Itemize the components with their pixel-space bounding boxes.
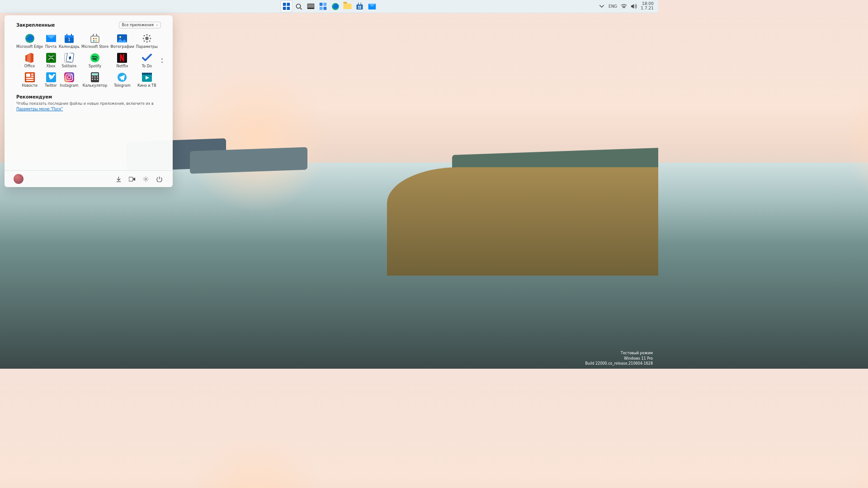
pinned-app-store[interactable]: Microsoft Store [81, 32, 108, 51]
twitter-icon [46, 72, 56, 82]
videos-button[interactable] [127, 174, 137, 183]
pinned-app-movies[interactable]: Кино и ТВ [136, 71, 158, 89]
svg-rect-2 [283, 7, 286, 10]
mail-button[interactable] [367, 1, 377, 12]
svg-rect-58 [97, 79, 98, 80]
svg-rect-53 [92, 76, 93, 78]
taskbar-center-group [281, 1, 377, 12]
store-icon [90, 33, 100, 43]
svg-point-68 [145, 178, 146, 180]
pinned-app-telegram[interactable]: Telegram [110, 71, 134, 89]
edge-icon [331, 3, 339, 10]
power-icon [156, 176, 162, 182]
taskview-icon [307, 4, 315, 9]
svg-rect-16 [359, 8, 360, 9]
volume-button[interactable] [631, 3, 637, 9]
start-button[interactable] [281, 1, 292, 12]
svg-rect-7 [308, 4, 314, 8]
user-avatar-button[interactable] [14, 174, 24, 184]
svg-rect-0 [283, 3, 286, 6]
pinned-app-calendar[interactable]: 1Календарь [59, 32, 80, 51]
svg-rect-63 [145, 73, 146, 74]
pinned-app-photos[interactable]: Фотографии [110, 32, 134, 51]
tray-overflow-button[interactable] [599, 3, 605, 9]
windows-icon [283, 3, 290, 10]
app-label: Telegram [114, 84, 131, 88]
svg-rect-54 [94, 76, 96, 78]
svg-point-50 [71, 75, 71, 75]
svg-text:1: 1 [68, 38, 71, 42]
chevron-right-icon: › [156, 23, 158, 27]
clock-button[interactable]: 18:00 1.7.21 [641, 2, 654, 11]
pinned-app-edge[interactable]: Microsoft Edge [16, 32, 43, 51]
app-label: Office [24, 65, 35, 69]
app-label: Microsoft Edge [16, 45, 43, 49]
video-icon [129, 177, 135, 182]
wifi-button[interactable] [621, 3, 627, 9]
desktop-watermark: Тестовый режим Windows 11 Pro Build 2200… [585, 351, 653, 366]
settings-button[interactable] [141, 174, 150, 183]
all-apps-button[interactable]: Все приложения › [119, 22, 161, 28]
solitaire-icon [64, 53, 74, 63]
pinned-app-solitaire[interactable]: Solitaire [59, 52, 80, 70]
svg-rect-64 [146, 73, 147, 74]
svg-rect-65 [148, 73, 149, 74]
svg-rect-66 [150, 73, 151, 74]
app-label: Instagram [60, 84, 79, 88]
start-menu-footer [5, 170, 173, 187]
svg-rect-23 [66, 34, 67, 36]
news-icon [25, 72, 35, 82]
svg-rect-17 [360, 8, 361, 9]
pinned-app-spotify[interactable]: Spotify [81, 52, 108, 70]
language-indicator[interactable]: ENG [609, 4, 617, 9]
svg-rect-11 [324, 7, 327, 10]
app-label: Xbox [47, 65, 56, 69]
photos-icon [117, 33, 127, 43]
pinned-app-xbox[interactable]: Xbox [45, 52, 57, 70]
all-apps-label: Все приложения [122, 23, 154, 27]
svg-rect-52 [92, 73, 98, 75]
search-button[interactable] [293, 1, 304, 12]
app-label: Microsoft Store [81, 45, 108, 49]
search-icon [295, 3, 302, 10]
explorer-button[interactable] [342, 1, 353, 12]
taskview-button[interactable] [306, 1, 316, 12]
svg-rect-29 [93, 40, 94, 42]
pinned-app-todo[interactable]: To Do [136, 52, 158, 70]
svg-rect-10 [320, 7, 323, 10]
svg-rect-42 [31, 73, 33, 75]
pinned-app-twitter[interactable]: Twitter [45, 71, 57, 89]
svg-rect-44 [26, 78, 33, 79]
app-label: Netflix [116, 65, 128, 69]
pinned-app-settings[interactable]: Параметры [136, 32, 158, 51]
svg-rect-9 [324, 3, 327, 6]
app-label: Параметры [136, 45, 158, 49]
edge-button[interactable] [330, 1, 341, 12]
start-settings-link[interactable]: Параметры меню "Пуск" [16, 107, 63, 111]
pinned-app-news[interactable]: Новости [16, 71, 43, 89]
app-label: To Do [142, 65, 152, 69]
wallpaper-grass [387, 167, 658, 276]
svg-point-4 [296, 4, 300, 8]
todo-icon [142, 53, 152, 63]
svg-rect-55 [97, 76, 98, 78]
folder-icon [344, 4, 352, 9]
next-page-button[interactable] [160, 56, 165, 65]
pinned-app-instagram[interactable]: Instagram [59, 71, 80, 89]
taskbar-system-tray: ENG 18:00 1.7.21 [599, 2, 658, 11]
app-label: Фотографии [110, 45, 134, 49]
svg-line-5 [300, 8, 302, 9]
svg-rect-56 [92, 79, 93, 80]
widgets-button[interactable] [318, 1, 329, 12]
pinned-app-netflix[interactable]: Netflix [110, 52, 134, 70]
app-label: Календарь [59, 45, 80, 49]
power-button[interactable] [155, 174, 164, 183]
store-button[interactable] [354, 1, 365, 12]
pinned-app-office[interactable]: Office [16, 52, 43, 70]
app-label: Кино и ТВ [137, 84, 156, 88]
pinned-apps-grid: Microsoft EdgeПочта1КалендарьMicrosoft S… [16, 32, 158, 89]
svg-rect-30 [95, 40, 97, 42]
pinned-app-calc[interactable]: Калькулятор [81, 71, 108, 89]
pinned-app-mail[interactable]: Почта [45, 32, 57, 51]
downloads-button[interactable] [114, 174, 123, 183]
